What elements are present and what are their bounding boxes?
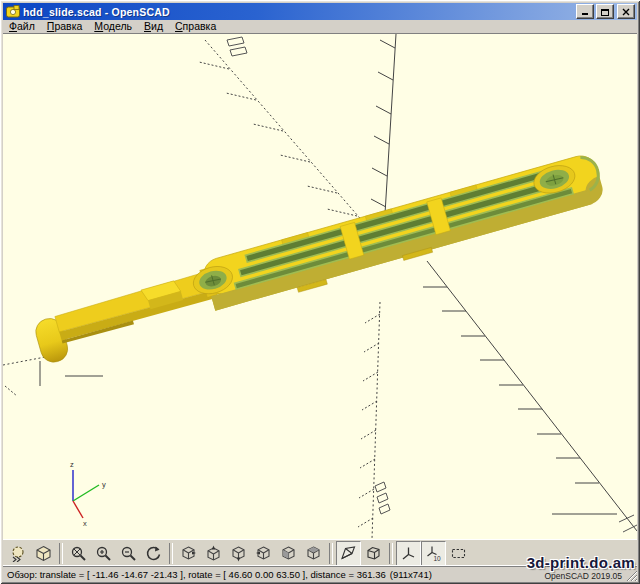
scale-marker-x <box>619 515 637 532</box>
view-bottom-icon[interactable] <box>226 541 251 566</box>
scale-marker-y <box>227 37 247 56</box>
menu-file[interactable]: Файл <box>3 20 41 33</box>
render-preview-icon[interactable] <box>6 541 31 566</box>
show-crosshairs-icon[interactable] <box>446 541 471 566</box>
window-title: hdd_slide.scad - OpenSCAD <box>23 6 576 18</box>
toolbar-separator <box>169 543 173 564</box>
model-hdd-slide <box>29 152 607 365</box>
orthogonal-icon[interactable] <box>361 541 386 566</box>
view-right-icon[interactable] <box>176 541 201 566</box>
viewport-status-text: Обзор: translate = [ -11.46 -14.67 -21.4… <box>7 569 386 580</box>
close-icon[interactable] <box>617 4 635 19</box>
title-bar: hdd_slide.scad - OpenSCAD <box>3 3 637 20</box>
version-text: OpenSCAD 2019.05 <box>545 571 623 581</box>
scale-marker-z <box>375 482 390 514</box>
menu-bar: Файл Правка Модель Вид Справка <box>3 20 637 33</box>
menu-view[interactable]: Вид <box>138 20 169 33</box>
view-front-icon[interactable] <box>276 541 301 566</box>
toolbar-separator <box>389 543 393 564</box>
axis-y-label: y <box>102 480 106 489</box>
axis-indicator-labels: z y x <box>70 460 106 528</box>
world-axes <box>3 34 637 539</box>
menu-help[interactable]: Справка <box>169 20 222 33</box>
menu-edit[interactable]: Правка <box>41 20 88 33</box>
zoom-all-icon[interactable] <box>66 541 91 566</box>
svg-text:10: 10 <box>434 554 442 561</box>
zoom-in-icon[interactable] <box>91 541 116 566</box>
watermark-text: 3d-print.do.am <box>527 554 635 571</box>
axis-x-label: x <box>83 519 87 528</box>
minimize-icon[interactable] <box>576 4 594 19</box>
vent-slots <box>228 165 573 289</box>
toolbar-separator <box>329 543 333 564</box>
zoom-out-icon[interactable] <box>116 541 141 566</box>
viewport-canvas: z y x <box>3 34 637 539</box>
openscad-window: hdd_slide.scad - OpenSCAD Файл Правка Мо… <box>0 0 640 584</box>
openscad-app-icon <box>6 5 20 18</box>
view-top-icon[interactable] <box>201 541 226 566</box>
maximize-icon[interactable] <box>596 4 614 19</box>
toolbar-separator <box>59 543 63 564</box>
view-back-icon[interactable] <box>301 541 326 566</box>
render-size-text: (911x741) <box>390 569 432 580</box>
menu-design[interactable]: Модель <box>88 20 138 33</box>
view-all-icon[interactable] <box>31 541 56 566</box>
axis-z-label: z <box>70 460 74 469</box>
show-scale-markers-icon[interactable]: 10 <box>421 541 446 566</box>
axis-indicator <box>73 470 99 518</box>
show-axes-icon[interactable] <box>396 541 421 566</box>
3d-viewport[interactable]: z y x <box>3 33 637 539</box>
reset-view-icon[interactable] <box>141 541 166 566</box>
perspective-icon[interactable] <box>336 541 361 566</box>
view-left-icon[interactable] <box>251 541 276 566</box>
